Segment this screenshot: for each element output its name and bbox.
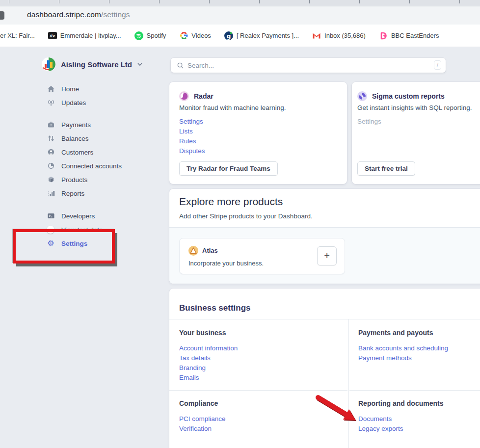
card-title: Sigma custom reports: [372, 92, 445, 100]
start-free-trial-button[interactable]: Start free trial: [357, 161, 415, 176]
legacy-exports-link[interactable]: Legacy exports: [358, 424, 480, 434]
product-description: Incorporate your business.: [188, 260, 264, 267]
gmail-icon: [312, 31, 321, 40]
sidebar-item-label: Connected accounts: [61, 162, 122, 170]
bar-chart-icon: [47, 189, 55, 198]
radar-disputes-link[interactable]: Disputes: [179, 146, 205, 156]
try-radar-button[interactable]: Try Radar for Fraud Teams: [179, 161, 278, 176]
atlas-icon: [188, 246, 198, 256]
sidebar-item-label: Balances: [61, 135, 89, 142]
bookmark-item[interactable]: Videos: [179, 31, 211, 40]
browser-tab-strip[interactable]: [0, 0, 480, 6]
sidebar-item-label: Developers: [61, 212, 95, 220]
section-heading: Reporting and documents: [358, 399, 480, 407]
company-logo: [41, 57, 56, 72]
radar-card: Radar Monitor fraud with machine learnin…: [169, 82, 347, 184]
bookmark-item[interactable]: BBC EastEnders: [379, 31, 439, 40]
payment-methods-link[interactable]: Payment methods: [358, 353, 480, 363]
documents-link[interactable]: Documents: [358, 414, 480, 424]
annotation-red-box: [13, 229, 115, 264]
sidebar-item-reports[interactable]: Reports: [47, 188, 84, 199]
pci-compliance-link[interactable]: PCI compliance: [179, 414, 326, 424]
sidebar-item-products[interactable]: Products: [47, 174, 87, 185]
section-heading: Payments and payouts: [358, 329, 480, 337]
bookmark-item[interactable]: er XL: Fair...: [0, 32, 35, 39]
spotify-icon: [134, 31, 143, 40]
sidebar-item-label: Reports: [61, 190, 84, 197]
broadcast-icon: [47, 99, 55, 107]
box-icon: [47, 176, 55, 184]
account-information-link[interactable]: Account information: [179, 343, 326, 353]
card-title: Radar: [194, 92, 213, 100]
your-business-section: Your business Account information Tax de…: [179, 329, 326, 383]
sidebar-item-updates[interactable]: Updates: [47, 97, 86, 108]
divider: [169, 390, 347, 391]
lock-icon[interactable]: [0, 11, 4, 20]
divider: [348, 319, 349, 448]
home-icon: [47, 85, 55, 93]
card-description: Get instant insights with SQL reporting.: [357, 104, 472, 111]
reporting-documents-section: Reporting and documents Documents Legacy…: [358, 399, 480, 434]
emails-link[interactable]: Emails: [179, 373, 326, 383]
radar-settings-link[interactable]: Settings: [179, 117, 205, 127]
explore-products-card: Explore more products Add other Stripe p…: [169, 189, 480, 284]
radar-lists-link[interactable]: Lists: [179, 127, 205, 136]
branding-link[interactable]: Branding: [179, 363, 326, 373]
terminal-icon: [47, 212, 55, 220]
bookmark-label: er XL: Fair...: [0, 32, 35, 39]
sidebar-item-developers[interactable]: Developers: [47, 211, 95, 221]
bbc-iplayer-icon: [379, 31, 388, 40]
divider: [169, 319, 480, 319]
product-name: Atlas: [202, 247, 218, 254]
url-host: dashboard.stripe.com: [27, 10, 101, 19]
add-product-button[interactable]: +: [317, 246, 337, 265]
tax-details-link[interactable]: Tax details: [179, 353, 326, 363]
bookmark-item[interactable]: Spotify: [134, 31, 166, 40]
stripe-dashboard-page: Aisling Software Ltd Home Updates Paymen…: [0, 47, 480, 448]
sidebar-item-label: Products: [61, 176, 87, 184]
url-bar[interactable]: dashboard.stripe.com/settings: [27, 10, 130, 19]
account-name: Aisling Software Ltd: [61, 60, 132, 69]
sidebar-item-connected-accounts[interactable]: Connected accounts: [47, 160, 122, 171]
browser-toolbar: dashboard.stripe.com/settings: [0, 6, 480, 25]
annotation-red-arrow: [314, 394, 361, 425]
arrows-up-down-icon: [47, 134, 55, 143]
divider: [349, 390, 480, 391]
radar-rules-link[interactable]: Rules: [179, 136, 205, 146]
section-title: Explore more products: [179, 196, 283, 208]
sidebar-item-label: Payments: [61, 121, 91, 129]
sidebar-item-balances[interactable]: Balances: [47, 133, 89, 144]
url-path: /settings: [101, 10, 130, 19]
search-icon: [177, 62, 184, 69]
sigma-card: Sigma custom reports Get instant insight…: [352, 82, 480, 184]
sidebar-item-payments[interactable]: Payments: [47, 119, 91, 130]
itv-icon: itv: [48, 31, 57, 40]
section-title: Business settings: [179, 303, 251, 313]
section-subtitle: Add other Stripe products to your Dashbo…: [179, 212, 313, 220]
browser-window: dashboard.stripe.com/settings er XL: Fai…: [0, 0, 480, 448]
sidebar-item-label: Customers: [61, 149, 93, 156]
bookmark-label: Inbox (35,686): [324, 32, 366, 39]
bookmark-label: Emmerdale | itvplay...: [60, 32, 121, 39]
bookmarks-bar: er XL: Fair... itv Emmerdale | itvplay..…: [0, 25, 480, 47]
bookmark-item[interactable]: Inbox (35,686): [312, 31, 366, 40]
search-input[interactable]: [187, 58, 423, 73]
search-shortcut-hint: /: [434, 60, 441, 70]
card-description: Monitor fraud with machine learning.: [179, 104, 286, 111]
bookmark-item[interactable]: g [ Realex Payments ]...: [224, 31, 299, 40]
sidebar-item-label: Home: [61, 85, 79, 93]
bookmark-label: Spotify: [147, 32, 166, 39]
verification-link[interactable]: Verification: [179, 424, 326, 434]
account-switcher[interactable]: Aisling Software Ltd: [41, 57, 143, 72]
bank-accounts-link[interactable]: Bank accounts and scheduling: [358, 343, 480, 353]
atlas-product-card: Atlas Incorporate your business. +: [179, 238, 345, 274]
search-bar[interactable]: /: [171, 58, 446, 73]
sigma-icon: [357, 91, 367, 101]
sidebar-item-home[interactable]: Home: [47, 83, 79, 94]
sigma-settings-link-disabled: Settings: [357, 117, 381, 127]
bookmark-label: BBC EastEnders: [391, 32, 439, 39]
bookmark-item[interactable]: itv Emmerdale | itvplay...: [48, 31, 121, 40]
person-icon: [47, 148, 55, 157]
sidebar-item-customers[interactable]: Customers: [47, 147, 93, 158]
section-heading: Compliance: [179, 399, 326, 407]
